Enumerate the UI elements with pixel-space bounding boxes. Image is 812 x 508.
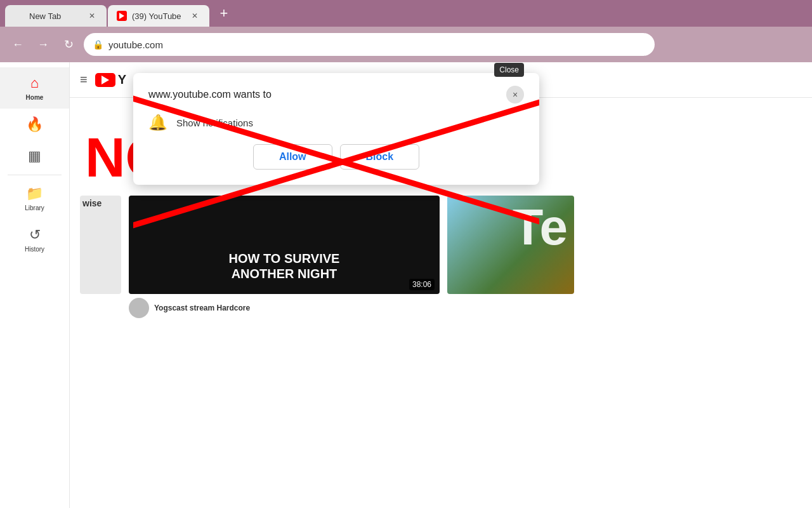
tab-youtube-label: (39) YouTube	[132, 11, 181, 21]
browser-tabs: New Tab ✕ (39) YouTube ✕ +	[0, 0, 812, 27]
thumb-title: HOW TO SURVIVE ANOTHER NIGHT	[129, 251, 440, 281]
bell-icon: 🔔	[148, 114, 167, 131]
tab-newtab-close[interactable]: ✕	[86, 10, 98, 22]
sidebar-item-library[interactable]: 📁 Library	[0, 178, 69, 219]
url-text: youtube.com	[108, 39, 163, 50]
forward-button[interactable]: →	[33, 34, 53, 55]
youtube-logo-text: Y	[118, 72, 126, 87]
new-tab-button[interactable]: +	[213, 3, 235, 24]
sidebar-divider-1	[8, 175, 62, 175]
popup-header: www.youtube.com wants to × Close	[148, 86, 524, 104]
address-bar[interactable]: 🔒 youtube.com	[84, 33, 655, 56]
youtube-logo-icon	[95, 73, 115, 87]
channel-avatar	[129, 298, 149, 318]
channel-name: Yogscast stream Hardcore	[154, 304, 250, 312]
sidebar-library-label: Library	[25, 204, 44, 211]
sidebar-home-label: Home	[26, 94, 44, 101]
sidebar-item-trending[interactable]: 🔥	[0, 109, 69, 140]
allow-button[interactable]: Allow	[253, 144, 332, 170]
wise-partial-thumb: wise	[80, 196, 121, 294]
hamburger-menu[interactable]: ≡	[80, 72, 88, 87]
lock-icon: 🔒	[93, 39, 103, 50]
youtube-favicon	[117, 11, 127, 21]
popup-buttons: Allow Block	[148, 144, 524, 170]
block-button[interactable]: Block	[340, 144, 420, 170]
popup-description-row: 🔔 Show notifications	[148, 114, 524, 131]
newtab-favicon	[14, 11, 24, 21]
popup-title: www.youtube.com wants to	[148, 89, 272, 100]
youtube-logo: Y	[95, 72, 126, 87]
tab-youtube[interactable]: (39) YouTube ✕	[108, 5, 209, 27]
terraria-thumbnail[interactable]: Te	[447, 196, 574, 294]
tab-newtab[interactable]: New Tab ✕	[5, 5, 107, 27]
video-thumbnail-main[interactable]: HOW TO SURVIVE ANOTHER NIGHT 38:06	[129, 196, 440, 294]
sidebar-history-label: History	[25, 246, 44, 253]
videos-row: wise HOW TO SURVIVE ANOTHER NIGHT 38:06 …	[80, 196, 802, 294]
channel-row: Yogscast stream Hardcore	[129, 298, 802, 318]
back-button[interactable]: ←	[8, 34, 28, 55]
sidebar-item-home[interactable]: ⌂ Home	[0, 67, 69, 109]
notification-popup: www.youtube.com wants to × Close 🔔 Show …	[133, 73, 539, 185]
home-icon: ⌂	[30, 75, 39, 91]
tab-newtab-label: New Tab	[29, 11, 61, 21]
sidebar-item-history[interactable]: ↺ History	[0, 219, 69, 260]
popup-description: Show notifications	[176, 117, 253, 128]
history-icon: ↺	[29, 227, 41, 243]
youtube-sidebar: ⌂ Home 🔥 ▦ 📁 Library ↺ History	[0, 62, 70, 508]
close-tooltip: Close	[494, 63, 524, 77]
tab-youtube-close[interactable]: ✕	[189, 10, 200, 22]
terraria-letter: Te	[513, 202, 568, 253]
browser-bar: ← → ↻ 🔒 youtube.com	[0, 27, 812, 62]
trending-icon: 🔥	[26, 116, 43, 133]
library-icon: 📁	[26, 185, 43, 202]
thumb-duration: 38:06	[409, 279, 435, 290]
refresh-button[interactable]: ↻	[58, 34, 79, 55]
subscriptions-icon: ▦	[28, 148, 41, 164]
sidebar-item-subscriptions[interactable]: ▦	[0, 140, 69, 172]
youtube-favicon-icon	[117, 11, 127, 21]
popup-close-button[interactable]: × Close	[506, 86, 524, 104]
